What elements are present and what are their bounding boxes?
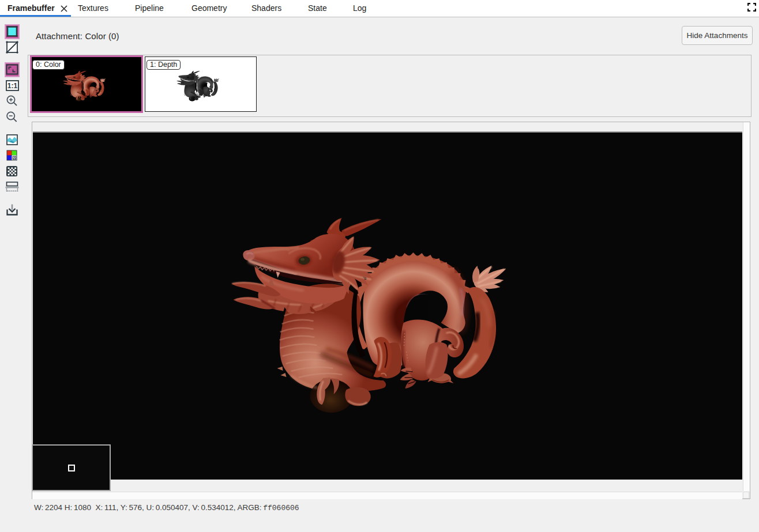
svg-text:1:1: 1:1 xyxy=(7,82,18,90)
